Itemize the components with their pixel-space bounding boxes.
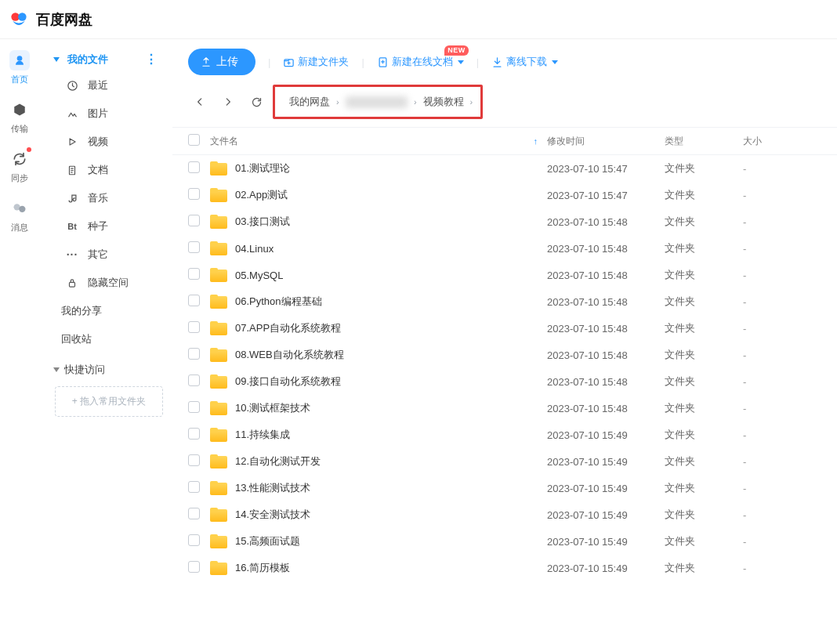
file-name: 05.MySQL: [235, 270, 283, 281]
table-row[interactable]: 04.Linux 2023-07-10 15:48 文件夹 -: [172, 235, 837, 262]
trans-icon: [9, 99, 30, 120]
folder-icon: [210, 295, 227, 309]
sidebar-head-my-files[interactable]: 我的文件 ⋮: [45, 47, 172, 71]
other-icon: ···: [66, 248, 78, 261]
sidebar-item-music[interactable]: 音乐: [45, 184, 172, 212]
sidebar-item-doc[interactable]: 文档: [45, 156, 172, 184]
file-type: 文件夹: [665, 534, 743, 548]
sidebar-item-hidden[interactable]: 隐藏空间: [45, 269, 172, 297]
select-all-checkbox[interactable]: [188, 134, 200, 146]
file-time: 2023-07-10 15:47: [547, 190, 665, 201]
sidebar-item-bt[interactable]: Bt种子: [45, 212, 172, 241]
folder-icon: [210, 401, 227, 415]
more-icon[interactable]: ⋮: [145, 52, 158, 67]
row-checkbox[interactable]: [188, 454, 200, 466]
file-size: -: [743, 429, 821, 441]
sidebar-quick-access[interactable]: 快捷访问: [45, 353, 172, 383]
table-row[interactable]: 03.接口测试 2023-07-10 15:48 文件夹 -: [172, 208, 837, 235]
table-row[interactable]: 09.接口自动化系统教程 2023-07-10 15:48 文件夹 -: [172, 368, 837, 395]
col-header-size[interactable]: 大小: [743, 135, 821, 148]
sidebar-item-recent[interactable]: 最近: [45, 71, 172, 99]
nav-forward-button[interactable]: [216, 90, 240, 114]
file-type: 文件夹: [665, 454, 743, 469]
col-header-time[interactable]: 修改时间: [547, 135, 665, 148]
row-checkbox[interactable]: [188, 268, 200, 280]
row-checkbox[interactable]: [188, 241, 200, 253]
breadcrumb-item[interactable]: ██████: [346, 96, 408, 108]
row-checkbox[interactable]: [188, 428, 200, 440]
table-header: 文件名 ↑ 修改时间 类型 大小: [172, 127, 837, 155]
offline-download-button[interactable]: 离线下载: [491, 55, 558, 69]
nav-back-button[interactable]: [188, 90, 212, 114]
rail-item-home[interactable]: 首页: [9, 50, 30, 85]
table-row[interactable]: 15.高频面试题 2023-07-10 15:49 文件夹 -: [172, 528, 837, 555]
table-row[interactable]: 13.性能测试技术 2023-07-10 15:49 文件夹 -: [172, 475, 837, 501]
file-time: 2023-07-10 15:49: [547, 563, 665, 574]
row-checkbox[interactable]: [188, 161, 200, 173]
file-type: 文件夹: [665, 401, 743, 415]
file-size: -: [743, 270, 821, 281]
table-row[interactable]: 16.简历模板 2023-07-10 15:49 文件夹 -: [172, 555, 837, 581]
table-row[interactable]: 10.测试框架技术 2023-07-10 15:48 文件夹 -: [172, 395, 837, 421]
file-name: 10.测试框架技术: [235, 401, 310, 415]
file-name: 08.WEB自动化系统教程: [235, 348, 344, 362]
table-row[interactable]: 12.自动化测试开发 2023-07-10 15:49 文件夹 -: [172, 448, 837, 475]
table-row[interactable]: 07.APP自动化系统教程 2023-07-10 15:48 文件夹 -: [172, 315, 837, 342]
breadcrumb-item[interactable]: 我的网盘: [289, 95, 330, 109]
nav-refresh-button[interactable]: [245, 90, 268, 114]
rail-label: 传输: [11, 123, 28, 135]
row-checkbox[interactable]: [188, 401, 200, 413]
file-name: 12.自动化测试开发: [235, 454, 321, 469]
file-name: 04.Linux: [235, 243, 274, 255]
table-row[interactable]: 08.WEB自动化系统教程 2023-07-10 15:48 文件夹 -: [172, 342, 837, 368]
file-name: 14.安全测试技术: [235, 508, 310, 522]
rail-label: 同步: [11, 172, 28, 184]
table-row[interactable]: 01.测试理论 2023-07-10 15:47 文件夹 -: [172, 155, 837, 182]
sidebar-item-label: 音乐: [88, 191, 108, 205]
row-checkbox[interactable]: [188, 534, 200, 546]
new-folder-button[interactable]: 新建文件夹: [283, 55, 349, 69]
new-folder-label: 新建文件夹: [298, 55, 349, 69]
new-online-doc-label: 新建在线文档: [392, 55, 453, 69]
row-checkbox[interactable]: [188, 508, 200, 519]
sidebar-item-other[interactable]: ···其它: [45, 241, 172, 269]
file-rows: 01.测试理论 2023-07-10 15:47 文件夹 - 02.App测试 …: [172, 155, 837, 581]
row-checkbox[interactable]: [188, 481, 200, 493]
table-row[interactable]: 14.安全测试技术 2023-07-10 15:49 文件夹 -: [172, 501, 837, 528]
row-checkbox[interactable]: [188, 321, 200, 333]
table-row[interactable]: 05.MySQL 2023-07-10 15:48 文件夹 -: [172, 262, 837, 288]
sidebar-item-image[interactable]: 图片: [45, 99, 172, 128]
sidebar-item-video[interactable]: 视频: [45, 128, 172, 156]
rail-item-sync[interactable]: 同步: [9, 149, 30, 184]
file-type: 文件夹: [665, 241, 743, 255]
row-checkbox[interactable]: [188, 188, 200, 200]
rail-item-trans[interactable]: 传输: [9, 99, 30, 135]
brand-name: 百度网盘: [36, 10, 92, 29]
row-checkbox[interactable]: [188, 215, 200, 226]
row-checkbox[interactable]: [188, 561, 200, 573]
row-checkbox[interactable]: [188, 374, 200, 386]
table-row[interactable]: 11.持续集成 2023-07-10 15:49 文件夹 -: [172, 421, 837, 448]
table-row[interactable]: 06.Python编程基础 2023-07-10 15:48 文件夹 -: [172, 288, 837, 315]
row-checkbox[interactable]: [188, 295, 200, 306]
file-type: 文件夹: [665, 428, 743, 442]
sidebar-head-label: 我的文件: [67, 52, 108, 67]
upload-button[interactable]: 上传: [188, 49, 255, 75]
sidebar-item-share[interactable]: 我的分享: [45, 297, 172, 325]
folder-icon: [210, 454, 227, 469]
file-name: 11.持续集成: [235, 428, 290, 442]
folder-icon: [210, 561, 227, 575]
caret-down-icon: [552, 60, 558, 64]
sort-asc-icon[interactable]: ↑: [534, 136, 538, 146]
col-header-name[interactable]: 文件名 ↑: [210, 135, 547, 148]
row-checkbox[interactable]: [188, 348, 200, 360]
rail-item-msg[interactable]: 消息: [9, 198, 30, 233]
quick-access-drop[interactable]: + 拖入常用文件夹: [55, 386, 163, 417]
col-header-type[interactable]: 类型: [665, 135, 743, 148]
breadcrumb-item[interactable]: 视频教程: [423, 95, 464, 109]
table-row[interactable]: 02.App测试 2023-07-10 15:47 文件夹 -: [172, 182, 837, 208]
sidebar-item-recycle[interactable]: 回收站: [45, 325, 172, 353]
toolbar-separator: |: [476, 56, 479, 68]
caret-down-icon: [458, 60, 464, 64]
new-online-doc-button[interactable]: 新建在线文档 NEW: [377, 55, 464, 69]
